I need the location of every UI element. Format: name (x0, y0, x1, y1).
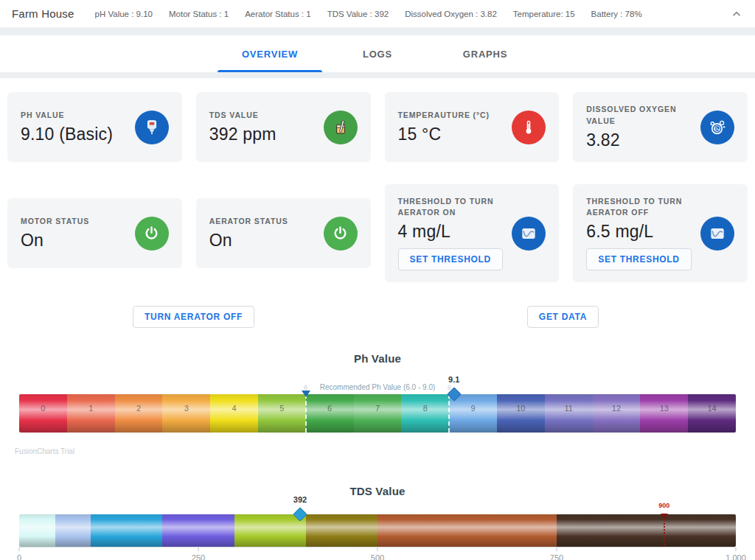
segment-label: 7 (354, 404, 402, 413)
tab-overview[interactable]: OVERVIEW (216, 35, 324, 72)
axis-tick-label: 750 (550, 553, 563, 560)
aerator-card-label: AERATOR STATUS (209, 216, 288, 227)
dissolved-oxygen-card: DISSOLVED OXYGEN VALUE 3.82 O₂ (573, 92, 748, 162)
turn-aerator-off-button[interactable]: TURN AERATOR OFF (133, 306, 254, 328)
tds-chart-title: TDS Value (0, 455, 755, 497)
threshold-off-card: THRESHOLD TO TURN AERATOR OFF 6.5 mg/L S… (573, 184, 748, 282)
threshold-triangle-marker (661, 514, 668, 519)
gauge-segment: 7 (354, 394, 402, 433)
top-status-bar: Farm House pH Value : 9.10 Motor Status … (0, 0, 755, 28)
wave-chart-icon (700, 217, 734, 251)
motor-status-card: MOTOR STATUS On (7, 198, 182, 268)
gauge-segment: 2 (115, 394, 163, 433)
stat-do: Dissolved Oxygen : 3.82 (405, 10, 497, 18)
tab-logs-label: LOGS (363, 49, 392, 60)
tab-graphs[interactable]: GRAPHS (431, 35, 539, 72)
gauge-segment (378, 514, 557, 547)
gauge-segment: 8 (401, 394, 449, 433)
cards-row-1: PH VALUE 9.10 (Basic) TDS VALUE 392 ppm (0, 78, 755, 162)
segment-label: 5 (258, 404, 306, 413)
axis-tick-label: 500 (371, 553, 384, 560)
segment-label: 13 (640, 404, 688, 413)
segment-label: 10 (497, 404, 545, 413)
segment-label: 1 (67, 404, 115, 413)
threshold-dotted-line (664, 519, 665, 545)
stat-ph: pH Value : 9.10 (95, 10, 153, 18)
motor-card-value: On (21, 231, 89, 251)
stat-tds: TDS Value : 392 (327, 10, 389, 18)
ph-card-value: 9.10 (Basic) (21, 125, 113, 144)
gauge-segment: 13 (640, 394, 688, 433)
segment-label: 12 (593, 404, 641, 413)
gauge-segment (234, 514, 306, 547)
segment-label: 4 (210, 404, 258, 413)
gauge-segment (91, 514, 162, 547)
do-card-value: 3.82 (586, 130, 693, 150)
axis-tick (557, 547, 557, 551)
axis-tick (378, 547, 378, 551)
tds-axis: 02505007501,000 (19, 547, 736, 560)
gauge-segment (55, 514, 91, 547)
ph-value-card: PH VALUE 9.10 (Basic) (7, 92, 182, 162)
set-threshold-on-button[interactable]: SET THRESHOLD (398, 248, 503, 270)
pointer-value-label: 9.1 (448, 375, 459, 384)
set-threshold-off-button[interactable]: SET THRESHOLD (586, 248, 691, 270)
gauge-segment: 0 (19, 394, 67, 433)
action-buttons-row: TURN AERATOR OFF GET DATA (0, 306, 755, 328)
stat-motor: Motor Status : 1 (169, 10, 229, 18)
gauge-segment: 10 (497, 394, 545, 433)
tds-gauge-band: 392900 (19, 514, 736, 547)
fusioncharts-watermark: FusionCharts Trial (15, 447, 755, 455)
segment-label: 6 (306, 404, 354, 413)
cards-row-2: MOTOR STATUS On AERATOR STATUS On (0, 184, 755, 282)
farm-house-title: Farm House (12, 7, 74, 20)
tab-logs[interactable]: LOGS (324, 35, 431, 72)
tds-value-gauge: TDS Value 392900 02505007501,000 (0, 455, 755, 560)
stat-aerator: Aerator Status : 1 (245, 10, 311, 18)
wave-chart-icon (512, 217, 546, 251)
gauge-segment (306, 514, 378, 547)
pointer-value-label: 392 (293, 495, 307, 504)
tds-card-value: 392 ppm (209, 125, 276, 144)
gauge-segment: 1 (67, 394, 115, 433)
threshold-on-label: THRESHOLD TO TURN AERATOR ON (398, 196, 505, 218)
stat-battery: Battery : 78% (591, 10, 642, 18)
tab-bar: OVERVIEW LOGS GRAPHS (0, 35, 755, 72)
tds-card-label: TDS VALUE (209, 110, 276, 121)
segment-label: 9 (449, 404, 497, 413)
tab-overview-label: OVERVIEW (242, 49, 298, 60)
segment-label: 11 (545, 404, 593, 413)
gauge-segment: 5 (258, 394, 306, 433)
threshold-on-card: THRESHOLD TO TURN AERATOR ON 4 mg/L SET … (385, 184, 560, 282)
ph-value-gauge: Ph Value 0123456789101112131469Recommend… (0, 328, 755, 455)
temperature-card-value: 15 °C (398, 125, 490, 144)
aerator-card-value: On (209, 231, 288, 251)
get-data-button[interactable]: GET DATA (527, 306, 599, 328)
segment-label: 2 (115, 404, 163, 413)
tab-graphs-label: GRAPHS (463, 49, 507, 60)
overview-panel: PH VALUE 9.10 (Basic) TDS VALUE 392 ppm (0, 78, 755, 560)
ph-gauge-band: 0123456789101112131469Recommended Ph Val… (19, 394, 736, 433)
ph-card-label: PH VALUE (21, 110, 113, 121)
ph-chart-title: Ph Value (0, 328, 755, 365)
svg-text:O₂: O₂ (714, 126, 720, 130)
gauge-segment: 9 (449, 394, 497, 433)
segment-label: 3 (162, 404, 210, 413)
gauge-segment (162, 514, 234, 547)
gauge-segment: 11 (545, 394, 593, 433)
axis-tick-label: 1,000 (726, 553, 746, 560)
tds-value-card: TDS VALUE 392 ppm (196, 92, 371, 162)
gauge-segment: 6 (306, 394, 354, 433)
threshold-off-label: THRESHOLD TO TURN AERATOR OFF (586, 196, 693, 218)
chevron-up-icon[interactable] (731, 9, 742, 19)
axis-tick (198, 547, 199, 551)
axis-tick-label: 0 (17, 553, 21, 560)
power-icon (135, 217, 169, 251)
aerator-status-card: AERATOR STATUS On (196, 198, 371, 268)
recommended-range-annotation: Recommended Ph Value (6.0 - 9.0) (19, 383, 736, 391)
range-triangle-marker (302, 391, 310, 397)
power-icon (324, 217, 358, 251)
threshold-value-label: 900 (658, 502, 669, 509)
threshold-on-value: 4 mg/L (398, 222, 505, 242)
axis-tick (736, 547, 737, 551)
